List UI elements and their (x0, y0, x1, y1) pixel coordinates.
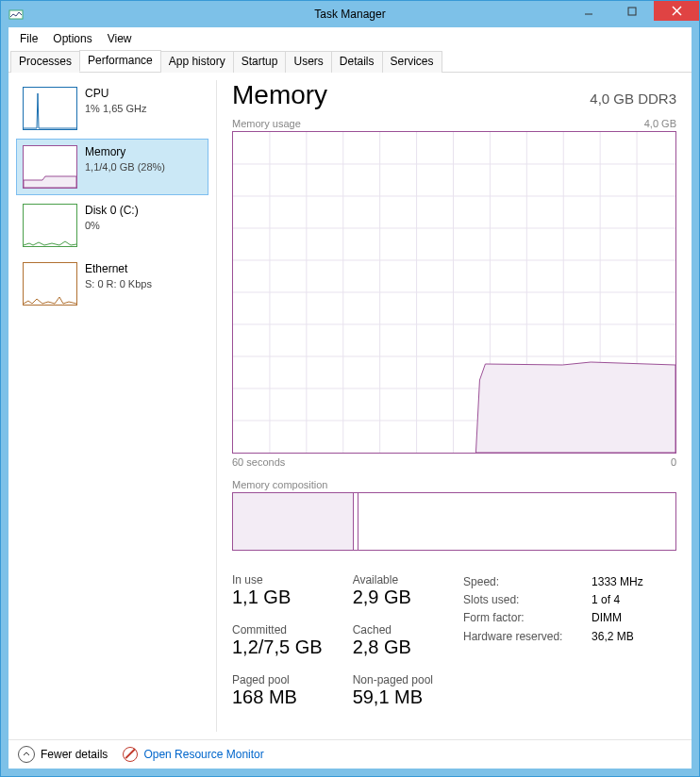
memory-total: 4,0 GB DDR3 (590, 91, 676, 107)
svg-rect-2 (628, 8, 636, 15)
kv-key: Slots used: (463, 591, 575, 609)
stat-value-cached: 2,8 GB (353, 636, 433, 658)
composition-free (358, 493, 675, 550)
x-axis-left: 60 seconds (232, 456, 285, 468)
usage-label: Memory usage (232, 118, 301, 129)
memory-details: Speed:1333 MHz Slots used:1 of 4 Form fa… (463, 573, 643, 708)
stat-value-in-use: 1,1 GB (232, 587, 323, 608)
content-area: CPU 1% 1,65 GHz Memory 1,1/4,0 GB (28%) (8, 73, 692, 739)
minimize-button[interactable] (567, 1, 610, 21)
sidebar-item-sub: S: 0 R: 0 Kbps (85, 277, 152, 290)
kv-value-form: DIMM (592, 609, 622, 627)
memory-sparkline-icon (23, 145, 77, 189)
kv-key: Form factor: (463, 609, 575, 627)
chevron-up-icon (18, 746, 35, 763)
page-title: Memory (232, 80, 327, 110)
fewer-details-button[interactable]: Fewer details (18, 746, 108, 763)
stat-value-nonpaged: 59,1 MB (353, 686, 433, 708)
sidebar-item-label: CPU (85, 87, 146, 102)
cpu-sparkline-icon (23, 87, 77, 130)
kv-key: Hardware reserved: (463, 628, 575, 646)
stat-label: Non-paged pool (353, 673, 433, 686)
stat-label: Paged pool (232, 673, 323, 686)
menu-file[interactable]: File (12, 30, 45, 47)
sidebar-item-label: Ethernet (85, 262, 152, 277)
resource-monitor-icon (123, 747, 138, 762)
sidebar-item-label: Memory (85, 145, 165, 160)
menu-view[interactable]: View (100, 30, 140, 47)
sidebar-item-sub: 0% (85, 219, 139, 232)
sidebar-item-label: Disk 0 (C:) (85, 204, 139, 219)
disk-sparkline-icon (23, 204, 77, 247)
tab-details[interactable]: Details (331, 51, 383, 73)
main-panel: Memory 4,0 GB DDR3 Memory usage 4,0 GB (217, 73, 692, 739)
stat-value-paged: 168 MB (232, 686, 323, 708)
kv-key: Speed: (463, 573, 575, 591)
ethernet-sparkline-icon (23, 262, 77, 306)
composition-label: Memory composition (232, 479, 327, 490)
window-buttons (567, 1, 699, 21)
stat-label: In use (232, 573, 323, 587)
sidebar-item-cpu[interactable]: CPU 1% 1,65 GHz (16, 80, 208, 137)
titlebar[interactable]: Task Manager (1, 1, 699, 27)
tab-services[interactable]: Services (382, 51, 442, 73)
usage-max-label: 4,0 GB (644, 118, 676, 129)
open-resource-monitor-link[interactable]: Open Resource Monitor (123, 747, 263, 762)
stat-value-committed: 1,2/7,5 GB (232, 636, 323, 658)
x-axis-right: 0 (671, 456, 676, 468)
fewer-details-label: Fewer details (41, 748, 108, 761)
resource-sidebar: CPU 1% 1,65 GHz Memory 1,1/4,0 GB (28%) (8, 73, 216, 739)
tab-app-history[interactable]: App history (160, 51, 234, 73)
kv-value-slots: 1 of 4 (592, 591, 620, 609)
resource-monitor-label[interactable]: Open Resource Monitor (143, 748, 263, 761)
stat-label: Committed (232, 623, 323, 636)
stat-label: Cached (353, 623, 433, 636)
tab-performance[interactable]: Performance (79, 50, 161, 72)
memory-composition-bar[interactable] (232, 492, 676, 551)
sidebar-item-ethernet[interactable]: Ethernet S: 0 R: 0 Kbps (16, 256, 208, 312)
composition-in-use (233, 493, 354, 550)
tab-strip: Processes Performance App history Startu… (8, 50, 692, 73)
tab-users[interactable]: Users (285, 51, 331, 73)
sidebar-item-disk[interactable]: Disk 0 (C:) 0% (16, 197, 208, 254)
stat-label: Available (353, 573, 433, 587)
close-button[interactable] (654, 1, 699, 21)
memory-usage-chart[interactable] (232, 131, 676, 454)
maximize-button[interactable] (610, 1, 654, 21)
sidebar-item-sub: 1% 1,65 GHz (85, 102, 146, 115)
kv-value-hw: 36,2 MB (592, 628, 634, 646)
sidebar-item-sub: 1,1/4,0 GB (28%) (85, 160, 165, 174)
sidebar-item-memory[interactable]: Memory 1,1/4,0 GB (28%) (16, 139, 208, 195)
menubar: File Options View (8, 27, 692, 50)
kv-value-speed: 1333 MHz (592, 573, 643, 591)
tab-processes[interactable]: Processes (10, 51, 80, 73)
client-area: File Options View Processes Performance … (8, 27, 692, 769)
footer: Fewer details Open Resource Monitor (8, 739, 692, 769)
menu-options[interactable]: Options (45, 30, 99, 47)
task-manager-window: Task Manager File Options View Processes… (0, 0, 700, 777)
app-icon (8, 7, 24, 22)
stat-value-available: 2,9 GB (353, 587, 433, 608)
tab-startup[interactable]: Startup (233, 51, 287, 73)
